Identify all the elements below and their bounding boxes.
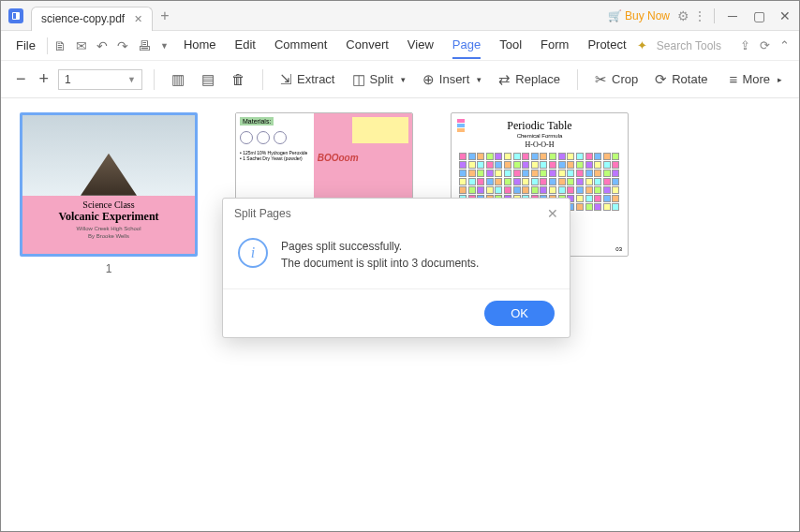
zoom-out-button[interactable]: −	[12, 69, 30, 89]
dialog-ok-button[interactable]: OK	[484, 301, 555, 326]
page-number-input[interactable]: 1 ▼	[58, 69, 142, 90]
save-icon[interactable]: 🗎	[53, 38, 67, 53]
settings-icon[interactable]: ⚙	[677, 8, 689, 23]
search-tools-input[interactable]: Search Tools	[657, 39, 721, 52]
tab-form[interactable]: Form	[541, 32, 569, 59]
extract-button[interactable]: ⇲Extract	[274, 67, 340, 92]
replace-button[interactable]: ⇄Replace	[493, 67, 566, 92]
buy-now-label: Buy Now	[625, 9, 670, 22]
dialog-title: Split Pages	[234, 207, 291, 220]
slide3-page-num: 03	[615, 246, 622, 252]
tab-title: science-copy.pdf	[41, 12, 125, 25]
tab-convert[interactable]: Convert	[346, 32, 389, 59]
svg-rect-1	[13, 13, 16, 19]
boom-text: BOOoom	[318, 153, 359, 163]
print-icon[interactable]: 🖶	[138, 38, 151, 53]
minimize-button[interactable]: ─	[726, 9, 739, 22]
tab-view[interactable]: View	[407, 32, 434, 59]
slide3-sub: Chemical Formula	[459, 133, 620, 139]
rotate-button[interactable]: ⟳Rotate	[649, 67, 713, 92]
split-pages-dialog: Split Pages ✕ i Pages split successfully…	[222, 198, 570, 338]
legend	[457, 119, 465, 132]
split-button[interactable]: ◫Split▾	[347, 67, 411, 92]
page-toolbar: − + 1 ▼ ▥ ▤ 🗑 ⇲Extract ◫Split▾ ⊕Insert▾ …	[1, 61, 799, 98]
tab-home[interactable]: Home	[184, 32, 216, 59]
collapse-ribbon-icon[interactable]: ⌃	[779, 38, 790, 52]
cloud-icon[interactable]: ⟳	[760, 38, 770, 52]
more-button[interactable]: ≡More▸	[724, 67, 788, 91]
delete-page-button[interactable]: 🗑	[226, 67, 251, 91]
material-item-2: • 1 Sachet Dry Yeast (powder)	[240, 155, 310, 161]
kebab-icon[interactable]: ⋮	[693, 8, 706, 23]
undo-icon[interactable]: ↶	[96, 38, 108, 53]
insert-button[interactable]: ⊕Insert▾	[417, 67, 488, 92]
dialog-message-1: Pages split successfully.	[281, 238, 479, 255]
tab-tool[interactable]: Tool	[499, 32, 522, 59]
chevron-down-icon: ▼	[127, 75, 136, 84]
tab-comment[interactable]: Comment	[274, 32, 327, 59]
redo-icon[interactable]: ↷	[117, 38, 128, 53]
layout-2-button[interactable]: ▤	[196, 67, 220, 92]
close-window-button[interactable]: ✕	[778, 9, 792, 22]
dialog-message-2: The document is split into 3 documents.	[281, 255, 479, 272]
tab-page[interactable]: Page	[452, 32, 481, 59]
cart-icon: 🛒	[608, 9, 622, 22]
slide1-school: Willow Creek High School	[26, 226, 191, 231]
ribbon-tabs: Home Edit Comment Convert View Page Tool…	[184, 32, 627, 59]
layout-1-button[interactable]: ▥	[166, 67, 190, 92]
tab-close-icon[interactable]: ✕	[134, 13, 142, 25]
info-icon: i	[238, 238, 268, 268]
slide1-author: By Brooke Wells	[26, 233, 191, 239]
maximize-button[interactable]: ▢	[752, 9, 765, 22]
mail-icon[interactable]: ✉	[76, 38, 87, 53]
page-label-1: 1	[106, 262, 112, 275]
slide1-title: Volcanic Experiment	[26, 210, 191, 224]
page-value: 1	[65, 73, 71, 86]
zoom-in-button[interactable]: +	[36, 69, 53, 89]
new-tab-button[interactable]: +	[160, 7, 169, 24]
sticky-note	[352, 117, 408, 143]
titlebar: science-copy.pdf ✕ + 🛒 Buy Now ⚙ ⋮ ─ ▢ ✕	[1, 1, 799, 31]
crop-button[interactable]: ✂Crop	[589, 67, 644, 92]
magic-icon[interactable]: ✦	[637, 38, 647, 52]
materials-label: Materials:	[240, 117, 274, 126]
slide3-formula: H-O-O-H	[459, 140, 620, 149]
slide3-title: Periodic Table	[459, 119, 620, 133]
tab-edit[interactable]: Edit	[235, 32, 256, 59]
qat-dropdown-icon[interactable]: ▼	[160, 41, 169, 51]
tab-protect[interactable]: Protect	[587, 32, 626, 59]
share-icon[interactable]: ⇪	[740, 38, 750, 52]
document-tab[interactable]: science-copy.pdf ✕	[31, 7, 153, 31]
menubar: File 🗎 ✉ ↶ ↷ 🖶 ▼ Home Edit Comment Conve…	[1, 31, 799, 61]
divider	[714, 8, 715, 23]
page-thumbnail-1[interactable]: Science Class Volcanic Experiment Willow…	[20, 112, 198, 257]
buy-now-link[interactable]: 🛒 Buy Now	[608, 9, 670, 22]
slide1-subtitle: Science Class	[26, 200, 191, 210]
file-menu[interactable]: File	[10, 35, 41, 56]
app-icon	[8, 8, 23, 23]
dialog-close-button[interactable]: ✕	[547, 206, 558, 221]
